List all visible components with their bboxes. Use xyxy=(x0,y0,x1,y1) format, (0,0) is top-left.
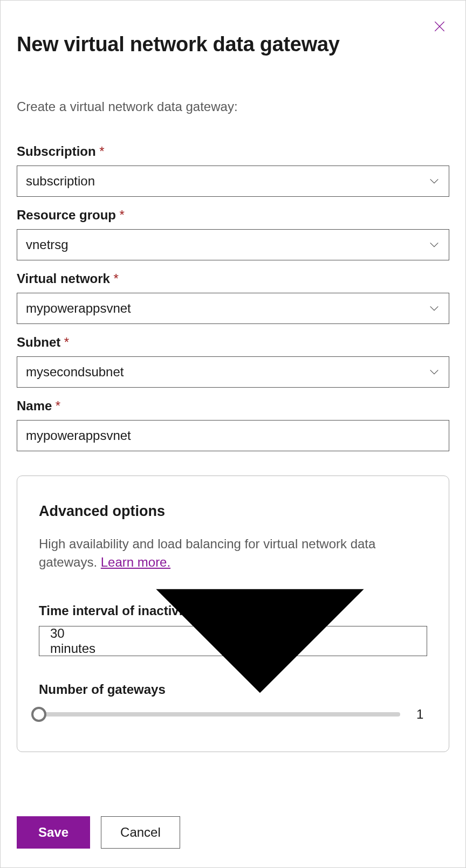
subnet-value: mysecondsubnet xyxy=(26,364,124,380)
time-interval-select[interactable]: 30 minutes xyxy=(39,626,427,656)
field-virtual-network: Virtual network * mypowerappsvnet xyxy=(17,271,449,324)
num-gateways-value: 1 xyxy=(416,707,427,722)
save-button[interactable]: Save xyxy=(17,816,90,849)
name-label: Name xyxy=(17,398,52,414)
panel-subtitle: Create a virtual network data gateway: xyxy=(17,99,449,114)
field-resource-group: Resource group * vnetrsg xyxy=(17,208,449,260)
required-indicator: * xyxy=(64,335,69,349)
required-indicator: * xyxy=(119,208,124,222)
subnet-label: Subnet xyxy=(17,335,60,350)
resource-group-value: vnetrsg xyxy=(26,237,68,252)
chevron-down-icon xyxy=(428,302,440,314)
time-interval-value: 30 minutes xyxy=(50,626,104,656)
resource-group-label: Resource group xyxy=(17,208,116,223)
close-button[interactable] xyxy=(430,17,449,36)
subnet-select[interactable]: mysecondsubnet xyxy=(17,356,449,388)
cancel-button[interactable]: Cancel xyxy=(101,816,180,849)
subscription-value: subscription xyxy=(26,174,95,189)
virtual-network-select[interactable]: mypowerappsvnet xyxy=(17,293,449,324)
field-name: Name * xyxy=(17,398,449,451)
field-subscription: Subscription * subscription xyxy=(17,144,449,197)
chevron-down-icon xyxy=(428,175,440,187)
num-gateways-slider[interactable] xyxy=(39,712,400,717)
required-indicator: * xyxy=(113,271,118,286)
name-input[interactable] xyxy=(17,420,449,451)
chevron-down-icon xyxy=(428,239,440,251)
subscription-label: Subscription xyxy=(17,144,96,159)
required-indicator: * xyxy=(56,398,60,413)
slider-thumb[interactable] xyxy=(31,707,46,722)
advanced-options-panel: Advanced options High availability and l… xyxy=(17,476,449,752)
virtual-network-label: Virtual network xyxy=(17,271,110,286)
chevron-down-icon xyxy=(428,366,440,378)
resource-group-select[interactable]: vnetrsg xyxy=(17,229,449,260)
panel-title: New virtual network data gateway xyxy=(17,33,449,56)
subscription-select[interactable]: subscription xyxy=(17,166,449,197)
close-icon xyxy=(433,19,447,33)
virtual-network-value: mypowerappsvnet xyxy=(26,301,131,316)
footer-actions: Save Cancel xyxy=(17,816,180,849)
required-indicator: * xyxy=(99,144,104,159)
field-subnet: Subnet * mysecondsubnet xyxy=(17,335,449,388)
chevron-down-icon xyxy=(104,485,416,797)
